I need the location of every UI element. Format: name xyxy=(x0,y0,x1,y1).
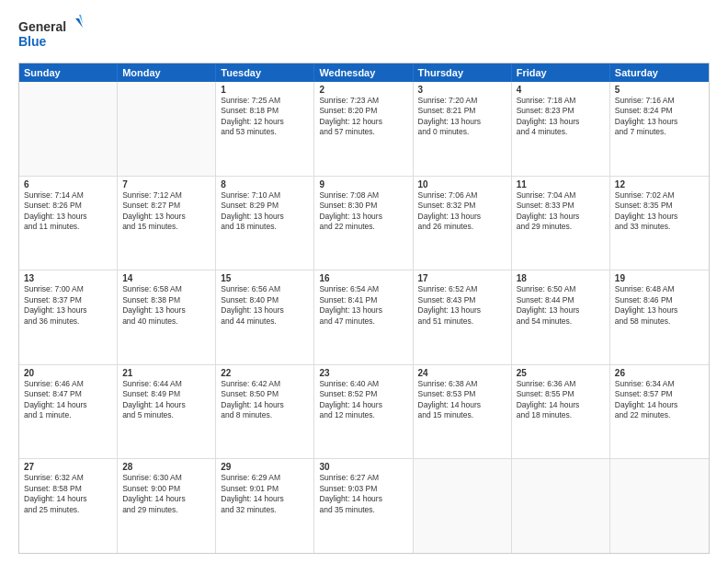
day-number: 23 xyxy=(319,368,407,378)
cal-cell: 24Sunrise: 6:38 AM Sunset: 8:53 PM Dayli… xyxy=(414,365,512,459)
day-number: 10 xyxy=(418,179,506,190)
cal-week-1: 1Sunrise: 7:25 AM Sunset: 8:18 PM Daylig… xyxy=(19,82,709,176)
day-number: 3 xyxy=(418,85,506,95)
cal-cell: 6Sunrise: 7:14 AM Sunset: 8:26 PM Daylig… xyxy=(19,177,118,270)
day-info: Sunrise: 6:48 AM Sunset: 8:46 PM Dayligh… xyxy=(615,284,704,327)
day-info: Sunrise: 7:12 AM Sunset: 8:27 PM Dayligh… xyxy=(122,190,210,233)
day-number: 15 xyxy=(221,273,309,283)
day-info: Sunrise: 6:27 AM Sunset: 9:03 PM Dayligh… xyxy=(319,473,407,515)
day-info: Sunrise: 6:50 AM Sunset: 8:44 PM Dayligh… xyxy=(517,284,605,327)
day-number: 28 xyxy=(122,462,210,472)
day-info: Sunrise: 6:36 AM Sunset: 8:55 PM Dayligh… xyxy=(517,379,605,421)
calendar-header-row: SundayMondayTuesdayWednesdayThursdayFrid… xyxy=(19,63,709,82)
cal-cell: 5Sunrise: 7:16 AM Sunset: 8:24 PM Daylig… xyxy=(610,82,709,176)
day-info: Sunrise: 6:52 AM Sunset: 8:43 PM Dayligh… xyxy=(418,284,506,327)
calendar: SundayMondayTuesdayWednesdayThursdayFrid… xyxy=(18,63,710,554)
cal-cell: 28Sunrise: 6:30 AM Sunset: 9:00 PM Dayli… xyxy=(118,459,216,553)
day-info: Sunrise: 6:46 AM Sunset: 8:47 PM Dayligh… xyxy=(24,379,112,421)
day-number: 13 xyxy=(24,273,112,283)
cal-cell: 13Sunrise: 7:00 AM Sunset: 8:37 PM Dayli… xyxy=(19,270,118,364)
cal-cell: 30Sunrise: 6:27 AM Sunset: 9:03 PM Dayli… xyxy=(314,459,413,553)
cal-header-wednesday: Wednesday xyxy=(314,63,413,82)
cal-week-2: 6Sunrise: 7:14 AM Sunset: 8:26 PM Daylig… xyxy=(19,176,709,270)
day-info: Sunrise: 6:29 AM Sunset: 9:01 PM Dayligh… xyxy=(221,473,309,515)
cal-week-4: 20Sunrise: 6:46 AM Sunset: 8:47 PM Dayli… xyxy=(19,364,709,459)
cal-cell: 15Sunrise: 6:56 AM Sunset: 8:40 PM Dayli… xyxy=(216,270,314,364)
calendar-body: 1Sunrise: 7:25 AM Sunset: 8:18 PM Daylig… xyxy=(19,82,709,553)
cal-cell: 17Sunrise: 6:52 AM Sunset: 8:43 PM Dayli… xyxy=(414,270,512,364)
cal-cell xyxy=(118,82,216,176)
day-info: Sunrise: 6:32 AM Sunset: 8:58 PM Dayligh… xyxy=(24,473,112,515)
cal-cell: 19Sunrise: 6:48 AM Sunset: 8:46 PM Dayli… xyxy=(610,270,709,364)
cal-cell: 20Sunrise: 6:46 AM Sunset: 8:47 PM Dayli… xyxy=(19,365,118,459)
svg-text:Blue: Blue xyxy=(18,34,47,49)
cal-cell: 21Sunrise: 6:44 AM Sunset: 8:49 PM Dayli… xyxy=(118,365,216,459)
header: General Blue xyxy=(18,15,710,53)
day-info: Sunrise: 7:23 AM Sunset: 8:20 PM Dayligh… xyxy=(319,96,407,138)
day-info: Sunrise: 7:16 AM Sunset: 8:24 PM Dayligh… xyxy=(615,96,704,138)
cal-cell: 9Sunrise: 7:08 AM Sunset: 8:30 PM Daylig… xyxy=(314,177,413,270)
day-number: 7 xyxy=(122,179,210,190)
day-number: 4 xyxy=(517,85,605,95)
day-number: 17 xyxy=(418,273,506,283)
cal-cell: 14Sunrise: 6:58 AM Sunset: 8:38 PM Dayli… xyxy=(118,270,216,364)
cal-cell: 3Sunrise: 7:20 AM Sunset: 8:21 PM Daylig… xyxy=(414,82,512,176)
day-number: 14 xyxy=(122,273,210,283)
cal-header-sunday: Sunday xyxy=(19,63,118,82)
day-info: Sunrise: 7:14 AM Sunset: 8:26 PM Dayligh… xyxy=(24,190,112,233)
cal-header-friday: Friday xyxy=(512,63,610,82)
day-info: Sunrise: 6:30 AM Sunset: 9:00 PM Dayligh… xyxy=(122,473,210,515)
cal-cell xyxy=(19,82,118,176)
cal-cell: 4Sunrise: 7:18 AM Sunset: 8:23 PM Daylig… xyxy=(512,82,610,176)
day-info: Sunrise: 7:18 AM Sunset: 8:23 PM Dayligh… xyxy=(517,96,605,138)
cal-header-tuesday: Tuesday xyxy=(216,63,314,82)
day-number: 29 xyxy=(221,462,309,472)
day-info: Sunrise: 6:44 AM Sunset: 8:49 PM Dayligh… xyxy=(122,379,210,421)
day-info: Sunrise: 6:38 AM Sunset: 8:53 PM Dayligh… xyxy=(418,379,506,421)
cal-cell xyxy=(512,459,610,553)
day-info: Sunrise: 7:08 AM Sunset: 8:30 PM Dayligh… xyxy=(319,190,407,233)
day-number: 1 xyxy=(221,85,309,95)
day-number: 8 xyxy=(221,179,309,190)
day-info: Sunrise: 6:42 AM Sunset: 8:50 PM Dayligh… xyxy=(221,379,309,421)
day-info: Sunrise: 7:04 AM Sunset: 8:33 PM Dayligh… xyxy=(517,190,605,233)
day-number: 5 xyxy=(615,85,704,95)
day-number: 30 xyxy=(319,462,407,472)
day-info: Sunrise: 7:06 AM Sunset: 8:32 PM Dayligh… xyxy=(418,190,506,233)
day-number: 25 xyxy=(517,368,605,378)
cal-cell: 7Sunrise: 7:12 AM Sunset: 8:27 PM Daylig… xyxy=(118,177,216,270)
cal-week-5: 27Sunrise: 6:32 AM Sunset: 8:58 PM Dayli… xyxy=(19,458,709,553)
cal-cell: 12Sunrise: 7:02 AM Sunset: 8:35 PM Dayli… xyxy=(610,177,709,270)
day-number: 9 xyxy=(319,179,407,190)
day-info: Sunrise: 6:54 AM Sunset: 8:41 PM Dayligh… xyxy=(319,284,407,327)
day-info: Sunrise: 6:56 AM Sunset: 8:40 PM Dayligh… xyxy=(221,284,309,327)
cal-week-3: 13Sunrise: 7:00 AM Sunset: 8:37 PM Dayli… xyxy=(19,270,709,364)
cal-cell: 16Sunrise: 6:54 AM Sunset: 8:41 PM Dayli… xyxy=(314,270,413,364)
day-number: 11 xyxy=(517,179,605,190)
cal-cell: 18Sunrise: 6:50 AM Sunset: 8:44 PM Dayli… xyxy=(512,270,610,364)
cal-header-monday: Monday xyxy=(118,63,216,82)
cal-cell: 22Sunrise: 6:42 AM Sunset: 8:50 PM Dayli… xyxy=(216,365,314,459)
day-info: Sunrise: 6:58 AM Sunset: 8:38 PM Dayligh… xyxy=(122,284,210,327)
day-number: 6 xyxy=(24,179,112,190)
day-number: 18 xyxy=(517,273,605,283)
svg-text:General: General xyxy=(18,19,66,34)
day-number: 12 xyxy=(615,179,704,190)
day-info: Sunrise: 6:40 AM Sunset: 8:52 PM Dayligh… xyxy=(319,379,407,421)
cal-header-saturday: Saturday xyxy=(610,63,709,82)
day-number: 19 xyxy=(615,273,704,283)
cal-cell: 23Sunrise: 6:40 AM Sunset: 8:52 PM Dayli… xyxy=(314,365,413,459)
day-info: Sunrise: 7:02 AM Sunset: 8:35 PM Dayligh… xyxy=(615,190,704,233)
day-number: 22 xyxy=(221,368,309,378)
day-number: 21 xyxy=(122,368,210,378)
cal-header-thursday: Thursday xyxy=(414,63,512,82)
day-number: 26 xyxy=(615,368,704,378)
day-info: Sunrise: 6:34 AM Sunset: 8:57 PM Dayligh… xyxy=(615,379,704,421)
day-number: 16 xyxy=(319,273,407,283)
page: General Blue SundayMondayTuesdayWednesda… xyxy=(0,0,728,563)
cal-cell: 26Sunrise: 6:34 AM Sunset: 8:57 PM Dayli… xyxy=(610,365,709,459)
day-info: Sunrise: 7:10 AM Sunset: 8:29 PM Dayligh… xyxy=(221,190,309,233)
cal-cell: 27Sunrise: 6:32 AM Sunset: 8:58 PM Dayli… xyxy=(19,459,118,553)
cal-cell xyxy=(414,459,512,553)
day-number: 2 xyxy=(319,85,407,95)
